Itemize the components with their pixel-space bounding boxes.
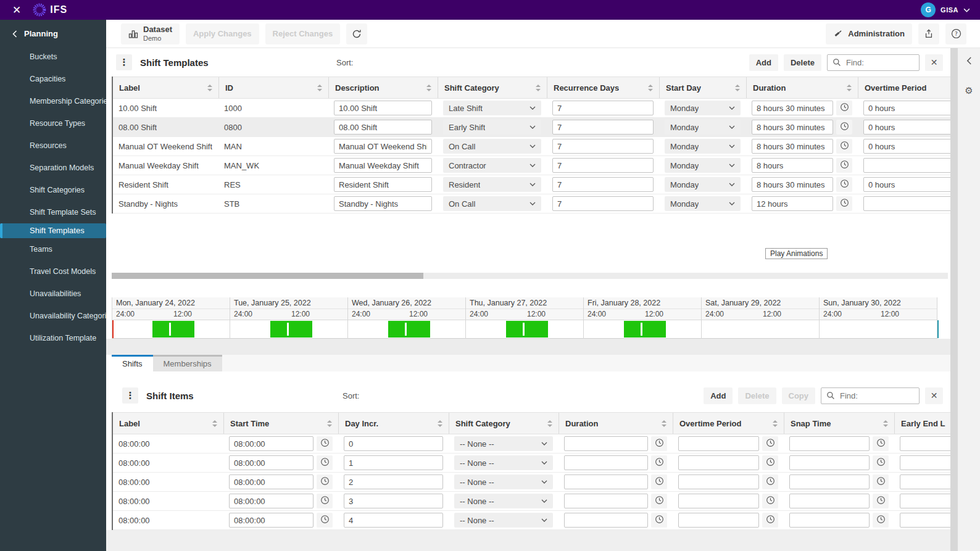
table-row[interactable]: 08:00:00-- None -- [113,473,950,492]
description-cell-input[interactable] [334,120,432,135]
table-row[interactable]: Standby - NightsSTBOn CallMonday [113,194,950,213]
sort-arrows-icon[interactable] [878,420,888,427]
sort-arrows-icon[interactable] [542,420,552,427]
sort-arrows-icon[interactable] [207,420,217,427]
snap-time-cell-input[interactable] [789,455,870,470]
clock-button[interactable] [317,455,333,470]
sidebar-item-utilization-template[interactable]: Utilization Template [0,327,106,349]
sidebar-item-membership-categories[interactable]: Membership Categories [0,90,106,112]
table-row[interactable]: 08:00:00-- None -- [113,492,950,511]
kebab-menu-icon[interactable]: ⋮ [122,387,138,404]
sidebar-item-resource-types[interactable]: Resource Types [0,112,106,135]
chevron-down-icon[interactable] [963,8,970,12]
clock-button[interactable] [651,474,667,489]
sidebar-item-teams[interactable]: Teams [0,238,106,260]
clear-find-button[interactable]: ✕ [925,387,943,404]
add-button[interactable]: Add [749,54,778,71]
collapse-panel-button[interactable] [965,56,973,68]
sidebar-item-shift-template-sets[interactable]: Shift Template Sets [0,201,106,223]
sidebar-item-shift-categories[interactable]: Shift Categories [0,179,106,201]
table-row[interactable]: Resident ShiftRESResidentMonday [113,175,950,194]
apply-changes-button[interactable]: Apply Changes [186,23,259,44]
sort-arrows-icon[interactable] [657,420,666,427]
shift-category-cell-select[interactable]: -- None -- [454,494,553,508]
shift-bar[interactable] [506,321,548,338]
shift-bar[interactable] [270,321,312,338]
overtime-period-cell-input[interactable] [678,436,759,451]
clock-button[interactable] [762,455,778,470]
day-incr-cell-input[interactable] [344,455,443,470]
column-header-description[interactable]: Description [328,77,438,98]
clock-button[interactable] [873,494,889,508]
duration-cell-input[interactable] [564,513,648,528]
shift-category-cell-select[interactable]: -- None -- [454,436,553,451]
scrollbar-thumb[interactable] [112,273,423,279]
reject-changes-button[interactable]: Reject Changes [265,23,341,44]
sort-arrows-icon[interactable] [322,420,332,427]
shift-category-cell-select[interactable]: On Call [443,139,541,154]
add-button[interactable]: Add [704,387,733,404]
sort-arrows-icon[interactable] [842,85,852,91]
overtime-period-cell-input[interactable] [863,158,950,173]
clock-button[interactable] [651,513,667,528]
sort-arrows-icon[interactable] [730,85,740,91]
snap-time-cell-input[interactable] [789,513,870,528]
vertical-scrollbar[interactable] [950,48,958,551]
clock-button[interactable] [836,158,852,173]
clock-button[interactable] [762,494,778,508]
column-header-start-time[interactable]: Start Time [223,413,338,434]
clock-button[interactable] [762,513,778,528]
delete-button[interactable]: Delete [738,387,776,404]
table-row[interactable]: 08:00:00-- None -- [113,454,950,473]
copy-button[interactable]: Copy [782,387,816,404]
snap-time-cell-input[interactable] [789,436,870,451]
column-header-start-day[interactable]: Start Day [659,77,746,98]
table-row[interactable]: 08:00:00-- None -- [113,434,950,454]
duration-cell-input[interactable] [564,474,648,489]
clock-button[interactable] [651,455,667,470]
sort-arrows-icon[interactable] [433,420,442,427]
column-header-shift-category[interactable]: Shift Category [449,413,559,434]
refresh-button[interactable] [346,23,367,44]
recurrence-days-cell-input[interactable] [552,139,654,154]
clear-find-button[interactable]: ✕ [925,54,943,71]
sidebar-item-shift-templates[interactable]: Shift Templates [0,223,106,238]
shift-bar[interactable] [152,321,194,338]
sort-arrows-icon[interactable] [202,85,212,91]
clock-button[interactable] [762,474,778,489]
recurrence-days-cell-input[interactable] [552,101,654,115]
recurrence-days-cell-input[interactable] [552,158,654,173]
start-day-cell-select[interactable]: Monday [665,196,741,211]
table-row[interactable]: Manual Weekday ShiftMAN_WKContractorMond… [113,156,950,175]
column-header-label[interactable]: Label [113,77,218,98]
recurrence-days-cell-input[interactable] [552,120,654,135]
shift-category-cell-select[interactable]: -- None -- [454,513,553,528]
column-header-duration[interactable]: Duration [746,77,858,98]
shift-bar[interactable] [388,321,430,338]
duration-cell-input[interactable] [752,139,833,154]
find-input[interactable] [845,57,914,68]
sidebar-item-unavailability-categories[interactable]: Unavailability Categories [0,305,106,327]
snap-time-cell-input[interactable] [789,494,870,508]
play-animations-button[interactable]: Play Animations [765,248,828,259]
sidebar-item-resources[interactable]: Resources [0,135,106,157]
settings-button[interactable]: ⚙ [963,84,974,97]
clock-button[interactable] [762,436,778,451]
description-cell-input[interactable] [334,101,432,115]
column-header-overtime-period[interactable]: Overtime Period [858,77,950,98]
duration-cell-input[interactable] [752,196,833,211]
column-header-recurrence-days[interactable]: Recurrence Days [547,77,659,98]
clock-button[interactable] [651,494,667,508]
overtime-period-cell-input[interactable] [863,177,950,192]
early-end-cell-input[interactable] [900,455,950,470]
sort-arrows-icon[interactable] [312,85,322,91]
help-button[interactable]: ? [945,23,966,44]
delete-button[interactable]: Delete [784,54,821,71]
shift-bar[interactable] [624,321,666,338]
day-incr-cell-input[interactable] [344,494,443,508]
start-day-cell-select[interactable]: Monday [665,139,741,154]
overtime-period-cell-input[interactable] [678,474,759,489]
recurrence-days-cell-input[interactable] [552,196,654,211]
start-day-cell-select[interactable]: Monday [665,177,741,192]
table-row[interactable]: 10.00 Shift1000Late ShiftMonday [113,99,950,118]
